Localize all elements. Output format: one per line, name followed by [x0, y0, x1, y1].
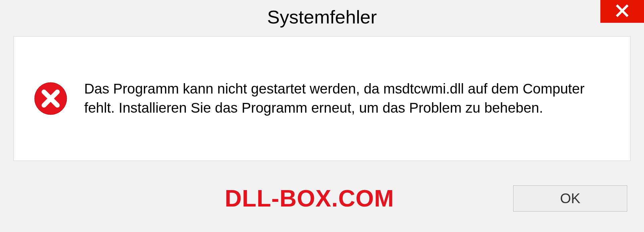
watermark-text: DLL-BOX.COM: [225, 185, 394, 212]
close-icon: [615, 4, 629, 19]
titlebar: Systemfehler: [0, 0, 644, 34]
dialog-title: Systemfehler: [267, 6, 377, 28]
error-dialog: Systemfehler Das Programm kann nicht ges…: [0, 0, 644, 232]
error-icon: [34, 82, 67, 115]
ok-button[interactable]: OK: [513, 185, 627, 212]
footer: DLL-BOX.COM OK: [0, 172, 644, 232]
close-button[interactable]: [600, 0, 644, 23]
content-panel: Das Programm kann nicht gestartet werden…: [13, 36, 631, 161]
error-message: Das Programm kann nicht gestartet werden…: [84, 79, 610, 117]
